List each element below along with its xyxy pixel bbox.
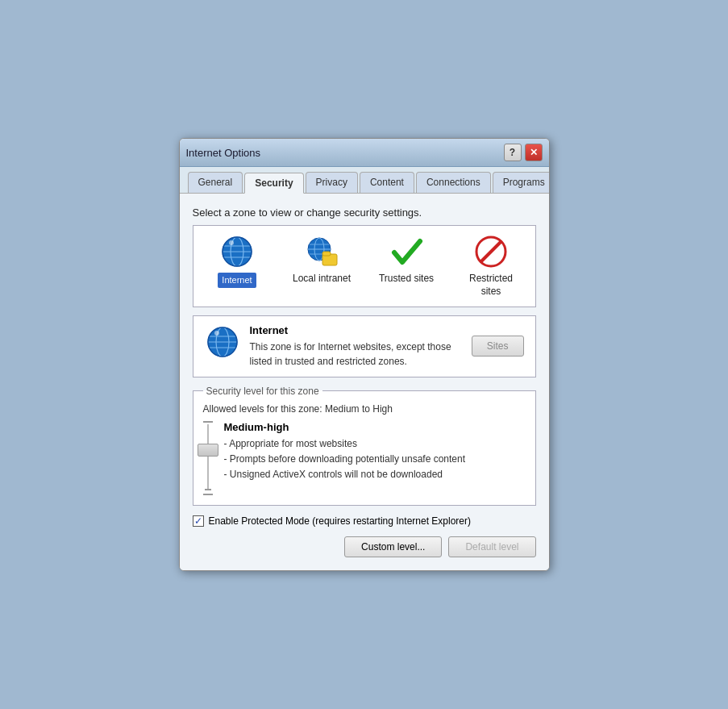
- level-title: Medium-high: [224, 421, 526, 433]
- tab-programs[interactable]: Programs: [493, 172, 550, 193]
- level-item-2: - Prompts before downloading potentially…: [224, 452, 526, 467]
- tab-content[interactable]: Content: [360, 172, 414, 193]
- zones-box: Internet Local intranet: [193, 225, 536, 307]
- zone-info-desc: This zone is for Internet websites, exce…: [250, 340, 462, 369]
- slider-knob[interactable]: [198, 444, 218, 457]
- tabs-bar: General Security Privacy Content Connect…: [180, 167, 549, 194]
- zone-info-box: Internet This zone is for Internet websi…: [193, 315, 536, 377]
- sites-button[interactable]: Sites: [472, 336, 524, 357]
- security-tab-content: Select a zone to view or change security…: [180, 194, 549, 569]
- svg-rect-13: [322, 252, 331, 256]
- close-button[interactable]: ✕: [525, 144, 543, 161]
- internet-options-window: Internet Options ? ✕ General Security Pr…: [179, 138, 550, 570]
- zone-info-text: Internet This zone is for Internet websi…: [250, 324, 462, 369]
- bottom-buttons: Custom level... Default level: [193, 536, 536, 557]
- zone-restricted-sites[interactable]: Restricted sites: [459, 234, 523, 298]
- restricted-sites-label: Restricted sites: [459, 273, 523, 298]
- slider-section: Medium-high - Appropriate for most websi…: [203, 421, 526, 495]
- slider-tick-mid: [205, 489, 211, 490]
- security-slider[interactable]: [203, 421, 213, 495]
- zone-internet[interactable]: Internet: [205, 234, 269, 287]
- tab-connections[interactable]: Connections: [416, 172, 491, 193]
- window-title: Internet Options: [186, 147, 261, 159]
- tab-general[interactable]: General: [188, 172, 243, 193]
- zone-trusted-sites[interactable]: Trusted sites: [374, 234, 439, 286]
- protected-mode-label: Enable Protected Mode (requires restarti…: [209, 515, 472, 527]
- custom-level-button[interactable]: Custom level...: [344, 536, 442, 557]
- select-zone-label: Select a zone to view or change security…: [193, 206, 536, 219]
- help-button[interactable]: ?: [504, 144, 522, 161]
- zone-info-globe-icon: [205, 324, 240, 360]
- level-item-1: - Appropriate for most websites: [224, 436, 526, 452]
- title-bar: Internet Options ? ✕: [180, 139, 549, 167]
- zone-local-intranet[interactable]: Local intranet: [289, 234, 354, 286]
- svg-point-6: [229, 240, 234, 245]
- local-intranet-label: Local intranet: [293, 273, 351, 286]
- security-level-legend: Security level for this zone: [203, 386, 322, 397]
- allowed-levels-text: Allowed levels for this zone: Medium to …: [203, 403, 526, 415]
- tab-security[interactable]: Security: [244, 173, 303, 194]
- internet-icon: [219, 234, 255, 269]
- trusted-sites-icon: [389, 234, 424, 269]
- protected-mode-checkbox[interactable]: ✓: [193, 515, 204, 527]
- level-item-3: - Unsigned ActiveX controls will not be …: [224, 467, 526, 482]
- internet-label: Internet: [218, 273, 256, 287]
- slider-tick-top: [203, 421, 213, 423]
- default-level-button[interactable]: Default level: [448, 536, 535, 557]
- restricted-sites-icon: [473, 234, 509, 269]
- local-intranet-icon: [304, 234, 339, 269]
- slider-description: Medium-high - Appropriate for most websi…: [224, 421, 526, 483]
- protected-mode-row: ✓ Enable Protected Mode (requires restar…: [193, 515, 536, 527]
- title-bar-controls: ? ✕: [504, 144, 543, 161]
- trusted-sites-label: Trusted sites: [379, 273, 434, 286]
- zone-info-title: Internet: [250, 324, 462, 336]
- tab-privacy[interactable]: Privacy: [306, 172, 358, 193]
- svg-point-22: [214, 331, 219, 336]
- slider-tick-bot: [203, 494, 213, 495]
